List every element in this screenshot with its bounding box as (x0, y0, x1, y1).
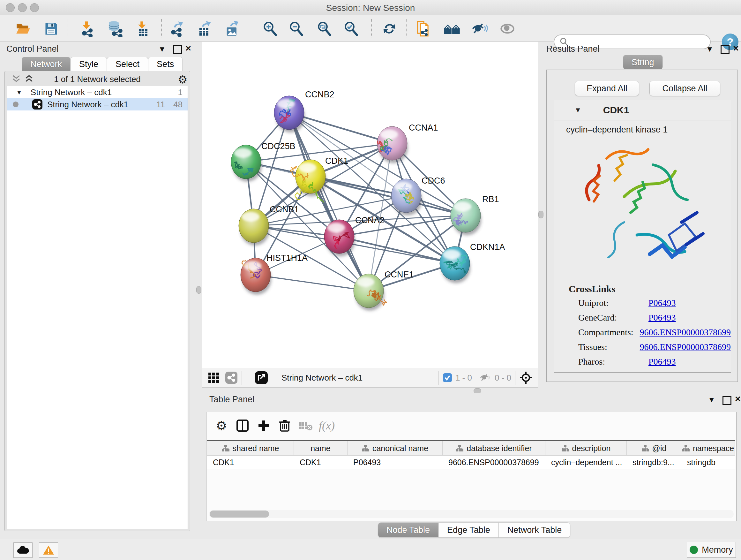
left-splitter-grip[interactable] (196, 286, 201, 294)
network-node-cdc6[interactable]: CDC6 (391, 176, 445, 215)
table-row[interactable]: CDK1CDK1P064939606.ENSP00000378699cyclin… (207, 455, 735, 469)
crosslink-row: GeneCard:P06493 (578, 310, 731, 325)
horizontal-scrollbar[interactable] (209, 510, 734, 518)
tab-style[interactable]: Style (71, 57, 107, 71)
save-session-icon[interactable] (42, 20, 60, 38)
crosslink-row: Pharos:P06493 (578, 354, 731, 369)
import-network-from-database-icon[interactable] (106, 20, 124, 38)
crosslink-link[interactable]: 9606.ENSP00000378699 (640, 342, 731, 352)
network-share-icon[interactable] (225, 371, 238, 384)
selected-checkbox-icon[interactable] (443, 373, 452, 382)
network-node-rb1[interactable]: RB1 (451, 194, 499, 235)
fit-selection-crosshair-icon[interactable] (519, 371, 533, 384)
zoom-out-icon[interactable] (287, 20, 305, 38)
hide-selected-icon[interactable] (471, 20, 489, 38)
node-label: HIST1H1A (266, 253, 308, 263)
network-node-ccne1[interactable]: CCNE1 (354, 270, 414, 311)
show-columns-icon[interactable] (232, 416, 253, 435)
zoom-in-icon[interactable] (261, 20, 279, 38)
table-cell[interactable]: stringdb (681, 455, 735, 469)
zoom-selected-icon[interactable] (342, 20, 360, 38)
protein-structure-image (576, 139, 711, 280)
crosslink-link[interactable]: 9606.ENSP00000378699 (640, 327, 731, 337)
network-graph[interactable]: CCNB2CCNA1CDC25BCDK1CDC6RB1CCNB1CCNA2CDK… (202, 42, 538, 368)
refresh-icon[interactable] (381, 20, 398, 38)
add-column-icon[interactable] (253, 416, 274, 435)
network-node-hist1h1a[interactable]: HIST1H1A (241, 253, 308, 295)
crosslink-link[interactable]: P06493 (649, 357, 676, 367)
table-panel-close-icon[interactable]: ✕ (735, 395, 741, 403)
results-tab-string[interactable]: String (623, 55, 663, 69)
collection-expand-arrow-icon[interactable]: ▼ (16, 89, 22, 96)
tab-edge-table[interactable]: Edge Table (439, 522, 499, 538)
birdseye-grid-icon[interactable] (208, 371, 220, 384)
import-table-icon[interactable] (135, 20, 152, 38)
network-edge[interactable] (256, 275, 368, 291)
table-panel-float-icon[interactable]: ▼ (708, 395, 716, 404)
zoom-fit-icon[interactable] (315, 20, 333, 38)
table-cell[interactable]: 9606.ENSP00000378699 (443, 455, 545, 469)
network-node-ccna1[interactable]: CCNA1 (377, 123, 438, 163)
network-collection-row[interactable]: ▼ String Network – cdk1 1 (7, 86, 188, 98)
network-row[interactable]: String Network – cdk1 11 48 (7, 98, 188, 111)
crosslink-link[interactable]: P06493 (649, 313, 676, 323)
show-all-icon[interactable] (498, 20, 516, 38)
column-header-shared-name[interactable]: shared name (207, 441, 294, 455)
table-panel-title: Table Panel (209, 395, 254, 405)
tab-network[interactable]: Network (22, 57, 71, 71)
column-header-name[interactable]: name (294, 441, 347, 455)
tab-sets[interactable]: Sets (148, 57, 183, 71)
column-header-namespace[interactable]: namespace (681, 441, 735, 455)
open-session-icon[interactable] (14, 20, 32, 38)
delete-column-icon[interactable] (274, 416, 295, 435)
column-header-description[interactable]: description (545, 441, 627, 455)
tab-network-table[interactable]: Network Table (499, 522, 570, 538)
export-table-icon[interactable] (196, 20, 214, 38)
section-collapse-arrow-icon[interactable]: ▼ (575, 106, 582, 114)
control-panel-float-icon[interactable]: ▼ (158, 45, 166, 54)
export-image-icon[interactable] (223, 20, 241, 38)
network-type-icon (32, 99, 43, 110)
first-neighbors-icon[interactable] (443, 20, 461, 38)
network-node-ccnb1[interactable]: CCNB1 (239, 205, 299, 246)
column-header-canonical-name[interactable]: canonical name (347, 441, 443, 455)
memory-button[interactable]: Memory (687, 542, 736, 558)
collapse-all-button[interactable]: Collapse All (650, 81, 720, 96)
results-panel-float-icon[interactable]: ▼ (706, 45, 714, 54)
tab-node-table[interactable]: Node Table (378, 522, 439, 538)
network-edge[interactable] (289, 113, 368, 291)
column-header-label: description (572, 444, 611, 453)
crosslink-link[interactable]: P06493 (649, 298, 676, 308)
table-cell[interactable]: cyclin–dependent ... (545, 455, 627, 469)
network-canvas[interactable]: CCNB2CCNA1CDC25BCDK1CDC6RB1CCNB1CCNA2CDK… (202, 42, 538, 368)
hidden-eye-icon[interactable] (480, 373, 491, 382)
expand-all-button[interactable]: Expand All (575, 81, 639, 96)
tab-select[interactable]: Select (107, 57, 148, 71)
control-panel-undock-icon[interactable] (173, 45, 182, 54)
control-panel-close-icon[interactable]: ✕ (185, 44, 192, 53)
table-cell[interactable]: CDK1 (294, 455, 347, 469)
network-options-gear-icon[interactable]: ⚙ (178, 73, 187, 86)
column-header-database-identifier[interactable]: database identifier (443, 441, 545, 455)
table-options-gear-icon[interactable]: ⚙ (211, 416, 232, 435)
table-panel-undock-icon[interactable] (723, 396, 731, 405)
cloud-status-button[interactable] (13, 543, 32, 558)
clone-network-icon[interactable] (414, 20, 432, 38)
open-in-window-icon[interactable] (255, 371, 268, 384)
results-panel-close-icon[interactable]: ✕ (733, 44, 739, 53)
network-node-cdkn1a[interactable]: CDKN1A (440, 242, 505, 283)
results-panel-undock-icon[interactable] (721, 45, 730, 54)
warnings-button[interactable] (39, 543, 58, 558)
table-cell[interactable]: stringdb:9... (627, 455, 681, 469)
table-cell[interactable]: P06493 (347, 455, 443, 469)
table-box: ⚙ f(x) shared namenamecanonical namedata… (206, 412, 737, 521)
import-network-icon[interactable] (78, 20, 96, 38)
export-network-icon[interactable] (169, 20, 186, 38)
column-header-@id[interactable]: @id (627, 441, 681, 455)
scrollbar-thumb[interactable] (210, 510, 269, 517)
network-edges (246, 113, 466, 291)
table-cell[interactable]: CDK1 (207, 455, 294, 469)
result-node-header[interactable]: ▼ CDK1 (554, 100, 731, 120)
network-edge[interactable] (339, 237, 455, 263)
node-label: RB1 (482, 194, 499, 204)
